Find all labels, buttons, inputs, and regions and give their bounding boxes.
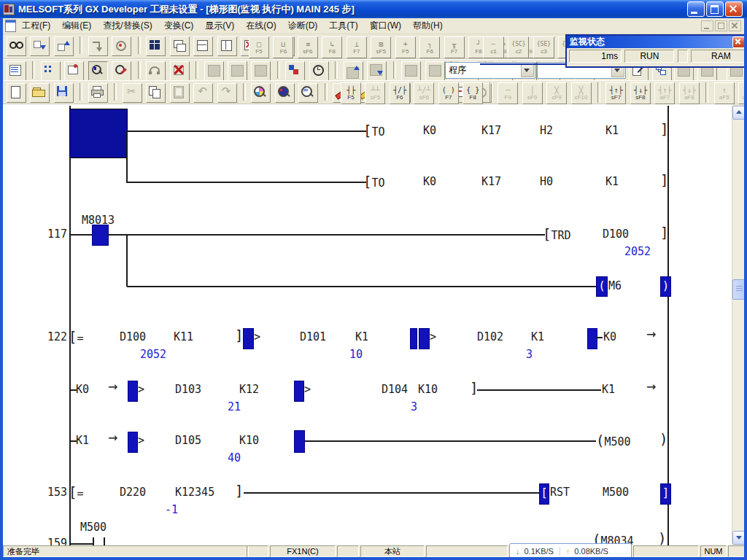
ladder-tool-boxx[interactable]: ⊠sF5: [371, 36, 391, 58]
ladder-tool-c1[interactable]: ╌c1: [483, 36, 504, 58]
ladder-tool-box[interactable]: □F5: [249, 36, 269, 58]
tile-vertical-icon[interactable]: [217, 36, 237, 56]
ladder-tool-lines[interactable]: ≡sF6: [298, 36, 318, 58]
menu-view[interactable]: 显示(V): [199, 18, 240, 34]
save-icon[interactable]: [54, 83, 74, 103]
monitor-value: 21: [228, 400, 241, 413]
instr-op: [TO: [363, 175, 385, 190]
tile-horizontal-icon[interactable]: [193, 36, 213, 56]
ladder-application-button[interactable]: { }F8: [462, 82, 483, 104]
compare-device: D102: [477, 330, 503, 343]
block-swap-icon[interactable]: [285, 61, 305, 81]
menu-tools[interactable]: 工具(T): [323, 18, 363, 34]
ladder-falling-pulse-button[interactable]: ┤↓├sF8: [630, 82, 651, 104]
monitor-mode-icon[interactable]: [88, 61, 108, 81]
telephone-line-icon[interactable]: [146, 61, 166, 81]
menu-online[interactable]: 在线(O): [240, 18, 282, 34]
ladder-hline-button: ─F9: [498, 82, 518, 104]
clock-icon[interactable]: [309, 61, 329, 81]
vertical-scrollbar[interactable]: [732, 106, 745, 543]
monitor-window-titlebar[interactable]: 监视状态: [567, 36, 746, 48]
stop-monitor-icon[interactable]: [170, 61, 190, 81]
print-icon[interactable]: [88, 83, 108, 103]
energized-contact[interactable]: [92, 225, 109, 246]
ladder-monitor-icon[interactable]: [251, 83, 271, 103]
cross-reference-icon[interactable]: [112, 36, 131, 56]
compare-gt: >: [304, 383, 311, 396]
monitor-value: 2052: [140, 348, 166, 361]
monitor-status-window[interactable]: 监视状态 1ms RUN RAM: [565, 34, 747, 68]
project-data-list-icon[interactable]: [7, 61, 26, 81]
minimize-button[interactable]: [687, 1, 705, 17]
ladder-coil-button[interactable]: ( )F7: [438, 82, 459, 104]
ladder-open-contact-button[interactable]: ┤├F5: [341, 82, 361, 104]
ladder-vline-button: │sF9: [522, 82, 543, 104]
jump-icon[interactable]: [88, 36, 108, 56]
status-spacer: [633, 545, 699, 557]
find-icon[interactable]: [7, 36, 26, 56]
ladder-tool-ground[interactable]: ⊥F7: [347, 36, 367, 58]
monitor-edit-mode-icon[interactable]: [112, 61, 131, 81]
mdi-close-icon[interactable]: [729, 20, 741, 31]
menu-bar: 工程(F) 编辑(E) 查找/替换(S) 变换(C) 显示(V) 在线(O) 诊…: [3, 18, 744, 34]
parameter-icon[interactable]: [41, 61, 61, 81]
ladder-tool-corner[interactable]: ┐F6: [419, 36, 440, 58]
sort-up-icon[interactable]: [344, 61, 363, 81]
coil-close: ): [659, 432, 667, 447]
menu-find-replace[interactable]: 查找/替换(S): [97, 18, 158, 34]
restore-button[interactable]: [706, 1, 724, 17]
instr-operand: K0: [423, 124, 436, 137]
window-dark-icon[interactable]: [146, 36, 166, 56]
ladder-edit-area[interactable]: [TO K0 K17 H2 K1 ] [TO K0 K17 H0 K1 ] 11…: [3, 104, 732, 545]
monitor-value: 3: [526, 348, 533, 361]
menu-diagnostics[interactable]: 诊断(D): [282, 18, 324, 34]
energized-marker: [419, 328, 430, 349]
mdi-minimize-icon[interactable]: [701, 20, 713, 31]
disabled-tool-icon: [251, 61, 271, 81]
toolbar-standard: ✂ ↶ ↷ ┤├F5 ┴┴sF5 ┤/├F6 ┴/┴sF6 ( )F7 { }F…: [3, 80, 744, 104]
device-label: M500: [80, 521, 107, 534]
ladder-tool-branch[interactable]: ↳F8: [322, 36, 342, 58]
new-file-icon[interactable]: [7, 83, 26, 103]
close-button[interactable]: [725, 1, 743, 17]
toolbar-separator: [138, 61, 141, 79]
chevron-down-icon[interactable]: [521, 63, 534, 77]
device-batch-monitor-icon[interactable]: [275, 83, 295, 103]
compare-gt: >: [254, 330, 260, 343]
menu-project[interactable]: 工程(F): [16, 18, 56, 34]
menu-edit[interactable]: 编辑(E): [56, 18, 97, 34]
find-next-icon[interactable]: [30, 36, 50, 56]
window-title: MELSOFT系列 GX Developer 工程未设置 - [梯形图(监视 执…: [18, 3, 355, 16]
instr-close-bracket: ]: [660, 174, 668, 188]
ladder-tool-plus[interactable]: +F5: [395, 36, 416, 58]
monitor-window-title: 监视状态: [570, 36, 605, 48]
ladder-tool-box2[interactable]: ⊔F6: [273, 36, 293, 58]
mdi-document-icon[interactable]: [5, 20, 16, 32]
toolbar-separator: [80, 83, 82, 101]
entry-data-monitor-icon[interactable]: [298, 83, 318, 103]
menu-window[interactable]: 窗口(W): [364, 18, 407, 34]
menu-convert[interactable]: 变换(C): [158, 18, 200, 34]
menu-help[interactable]: 帮助(H): [407, 18, 449, 34]
cut-icon: ✂: [123, 83, 142, 103]
close-icon[interactable]: [732, 36, 745, 48]
status-spacer: [728, 545, 745, 557]
ladder-tool-c3[interactable]: {SE}c3: [533, 36, 554, 58]
ladder-closed-contact-button[interactable]: ┤/├F6: [390, 82, 410, 104]
cascade-windows-icon[interactable]: [170, 36, 190, 56]
ladder-tool-tee[interactable]: ╥F7: [444, 36, 465, 58]
ladder-rising-pulse-button[interactable]: ┤↑├sF7: [605, 82, 626, 104]
copy-icon[interactable]: [146, 83, 166, 103]
sort-down-icon[interactable]: [367, 61, 387, 81]
mdi-restore-icon[interactable]: [715, 20, 727, 31]
ladder-cursor[interactable]: [69, 109, 128, 158]
ladder-tool-c2[interactable]: {SC}c2: [508, 36, 529, 58]
undo-icon: ↶: [193, 83, 213, 103]
find-prev-icon[interactable]: [54, 36, 74, 56]
status-spacer: [426, 545, 508, 557]
device-comment-icon[interactable]: [64, 61, 84, 81]
open-file-icon[interactable]: [30, 83, 50, 103]
monitor-value: 3: [411, 400, 417, 413]
wrap-label-out: K1: [602, 383, 615, 396]
instr-operand: K1: [605, 124, 619, 137]
